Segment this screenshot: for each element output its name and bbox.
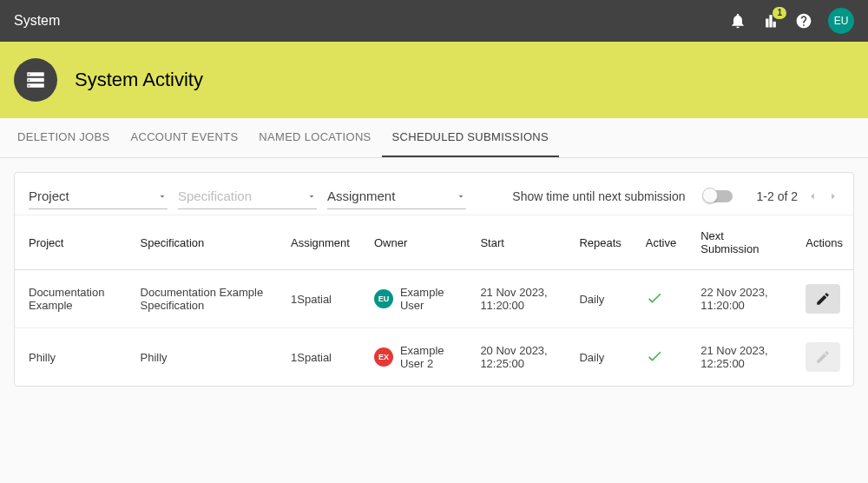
user-avatar[interactable]: EU: [828, 8, 854, 34]
cell-next-submission: 22 Nov 2023, 11:20:00: [687, 270, 792, 328]
table-row: Documentation ExampleDocumentation Examp…: [15, 270, 853, 328]
table-row: PhillyPhilly1SpatialEXExample User 220 N…: [15, 328, 853, 387]
owner-avatar: EU: [374, 289, 393, 308]
cell-owner: EXExample User 2: [360, 328, 466, 387]
top-bar-actions: 1 EU: [729, 8, 854, 34]
cell-active: [632, 328, 687, 387]
check-icon: [646, 347, 663, 365]
tab-deletion-jobs[interactable]: DELETION JOBS: [7, 118, 120, 157]
edit-button[interactable]: [806, 284, 840, 314]
page-header-icon: [14, 58, 57, 102]
cell-assignment: 1Spatial: [277, 328, 360, 387]
cell-actions: [792, 270, 853, 328]
cell-project: Philly: [15, 328, 127, 387]
cell-owner: EUExample User: [360, 270, 466, 328]
cell-start: 20 Nov 2023, 12:25:00: [466, 328, 565, 387]
th-start: Start: [466, 215, 565, 270]
tab-account-events[interactable]: ACCOUNT EVENTS: [120, 118, 248, 157]
tab-named-locations[interactable]: NAMED LOCATIONS: [248, 118, 381, 157]
assignment-filter[interactable]: Assignment: [327, 183, 466, 209]
assignment-filter-label: Assignment: [327, 189, 395, 203]
owner-name: Example User: [400, 286, 456, 312]
card: Project Specification Assignment Show ti…: [14, 172, 854, 387]
cell-start: 21 Nov 2023, 11:20:00: [466, 270, 565, 328]
tabs: DELETION JOBS ACCOUNT EVENTS NAMED LOCAT…: [0, 118, 868, 158]
chevron-down-icon: [306, 191, 317, 202]
pencil-icon: [815, 349, 831, 365]
owner-avatar: EX: [374, 347, 393, 367]
analytics-icon[interactable]: 1: [762, 12, 779, 30]
content: Project Specification Assignment Show ti…: [0, 158, 868, 400]
time-toggle-label: Show time until next submission: [512, 189, 685, 203]
pencil-icon: [815, 291, 831, 307]
cell-assignment: 1Spatial: [277, 270, 360, 328]
filter-row: Project Specification Assignment Show ti…: [15, 173, 853, 215]
cell-active: [632, 270, 687, 328]
switch-thumb: [702, 188, 718, 203]
cell-actions: [792, 328, 853, 387]
chevron-down-icon: [157, 191, 168, 202]
cell-next-submission: 21 Nov 2023, 12:25:00: [687, 328, 792, 387]
specification-filter-placeholder: Specification: [178, 189, 252, 203]
submissions-table: Project Specification Assignment Owner S…: [15, 215, 853, 386]
app-title: System: [14, 13, 60, 29]
project-filter-label: Project: [29, 189, 69, 203]
analytics-badge: 1: [773, 7, 786, 19]
cell-project: Documentation Example: [15, 270, 127, 328]
chevron-down-icon: [456, 191, 466, 202]
th-next: Next Submission: [687, 215, 792, 270]
project-filter[interactable]: Project: [29, 183, 168, 209]
cell-repeats: Daily: [565, 270, 631, 328]
top-bar: System 1 EU: [0, 0, 868, 42]
table-header-row: Project Specification Assignment Owner S…: [15, 215, 853, 270]
chevron-right-icon[interactable]: [827, 190, 839, 202]
th-repeats: Repeats: [565, 215, 631, 270]
th-specification: Specification: [127, 215, 277, 270]
th-owner: Owner: [360, 215, 466, 270]
edit-button: [806, 342, 840, 372]
check-icon: [646, 289, 663, 307]
th-project: Project: [15, 215, 127, 270]
server-icon: [24, 69, 47, 91]
help-icon[interactable]: [795, 12, 812, 30]
specification-filter[interactable]: Specification: [178, 183, 317, 209]
cell-specification: Philly: [127, 328, 277, 387]
pager: 1-2 of 2: [757, 189, 839, 203]
page-title: System Activity: [75, 69, 203, 91]
page-header: System Activity: [0, 42, 868, 118]
cell-repeats: Daily: [565, 328, 631, 387]
chevron-left-icon[interactable]: [806, 190, 819, 202]
pager-text: 1-2 of 2: [757, 189, 798, 203]
tab-scheduled-submissions[interactable]: SCHEDULED SUBMISSIONS: [382, 118, 559, 157]
th-actions: Actions: [792, 215, 853, 270]
time-toggle-switch[interactable]: [703, 190, 733, 202]
notifications-icon[interactable]: [729, 12, 746, 30]
th-active: Active: [632, 215, 687, 270]
cell-specification: Documentation Example Specification: [127, 270, 277, 328]
owner-name: Example User 2: [400, 344, 456, 370]
th-assignment: Assignment: [277, 215, 360, 270]
